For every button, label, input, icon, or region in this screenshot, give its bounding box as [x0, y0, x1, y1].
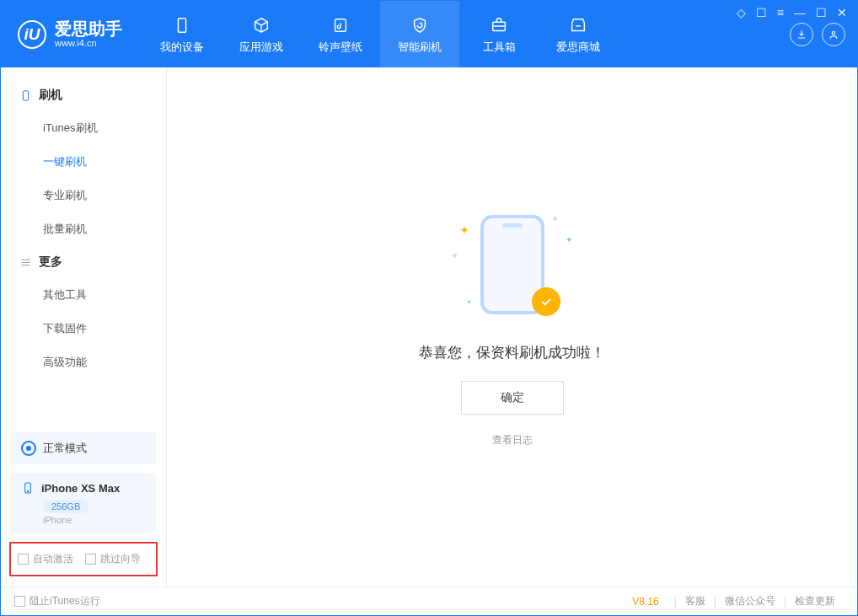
checkbox-block-itunes[interactable]: 阻止iTunes运行 — [14, 594, 100, 608]
tab-label: 工具箱 — [483, 40, 516, 55]
tab-flash[interactable]: 智能刷机 — [380, 1, 459, 67]
checkbox-icon — [14, 596, 25, 607]
sparkle-icon: ✦ — [466, 298, 472, 306]
mode-label: 正常模式 — [43, 441, 87, 456]
dot-icon — [453, 254, 457, 258]
maximize-icon[interactable]: ☐ — [816, 6, 827, 19]
version-label: V8.16 — [632, 596, 658, 608]
mode-icon — [21, 441, 36, 456]
device-card[interactable]: iPhone XS Max 256GB iPhone — [11, 473, 156, 533]
sidebar-item-advanced[interactable]: 高级功能 — [1, 345, 166, 379]
sidebar: 刷机 iTunes刷机 一键刷机 专业刷机 批量刷机 更多 其他工具 下载固件 … — [1, 67, 167, 587]
sidebar-item-other-tools[interactable]: 其他工具 — [1, 278, 166, 312]
checkmark-badge-icon — [532, 287, 560, 316]
app-url: www.i4.cn — [55, 38, 122, 48]
dot-icon — [553, 217, 557, 221]
svg-point-6 — [27, 490, 28, 491]
shield-refresh-icon — [409, 14, 431, 36]
tab-store[interactable]: 爱思商城 — [539, 1, 618, 67]
download-button[interactable] — [790, 23, 813, 46]
app-logo: iU 爱思助手 www.i4.cn — [1, 1, 142, 67]
tab-label: 应用游戏 — [239, 40, 283, 55]
sidebar-item-oneclick-flash[interactable]: 一键刷机 — [1, 145, 166, 179]
support-link[interactable]: 客服 — [677, 594, 714, 608]
main-content: ✦ ✦ ✦ 恭喜您，保资料刷机成功啦！ 确定 查看日志 — [167, 67, 857, 587]
device-name: iPhone XS Max — [41, 482, 120, 495]
pin-icon[interactable]: ◇ — [737, 6, 746, 19]
close-icon[interactable]: ✕ — [837, 6, 847, 19]
skin-icon[interactable]: ☐ — [756, 6, 767, 19]
checkbox-label: 跳过向导 — [100, 552, 141, 566]
success-message: 恭喜您，保资料刷机成功啦！ — [419, 343, 605, 362]
menu-icon[interactable]: ≡ — [777, 6, 784, 19]
checkbox-icon — [18, 554, 29, 565]
status-bar: 阻止iTunes运行 V8.16 | 客服 | 微信公众号 | 检查更新 — [1, 587, 857, 615]
success-illustration: ✦ ✦ ✦ — [441, 206, 584, 324]
tab-tools[interactable]: 工具箱 — [459, 1, 539, 67]
sidebar-group-more: 更多 — [1, 246, 166, 278]
music-icon — [330, 14, 351, 36]
svg-rect-0 — [178, 18, 185, 32]
user-button[interactable] — [822, 23, 845, 46]
svg-point-3 — [832, 31, 835, 35]
confirm-button[interactable]: 确定 — [461, 381, 564, 415]
sidebar-group-flash: 刷机 — [1, 79, 166, 111]
sparkle-icon: ✦ — [459, 223, 469, 237]
sidebar-item-download-firmware[interactable]: 下载固件 — [1, 312, 166, 345]
check-update-link[interactable]: 检查更新 — [786, 594, 844, 608]
toolbox-icon — [488, 14, 510, 36]
checkbox-label: 阻止iTunes运行 — [29, 594, 100, 608]
tab-ringtones[interactable]: 铃声壁纸 — [301, 1, 380, 67]
view-log-link[interactable]: 查看日志 — [492, 433, 533, 447]
window-controls: ◇ ☐ ≡ — ☐ ✕ — [737, 6, 847, 19]
tab-label: 我的设备 — [160, 40, 204, 55]
sparkle-icon: ✦ — [566, 235, 572, 244]
device-capacity: 256GB — [43, 500, 88, 513]
tab-apps[interactable]: 应用游戏 — [222, 1, 301, 67]
device-type: iPhone — [43, 515, 146, 525]
minimize-icon[interactable]: — — [794, 6, 806, 19]
store-icon — [567, 14, 589, 36]
tab-my-device[interactable]: 我的设备 — [142, 1, 222, 67]
tab-label: 爱思商城 — [556, 40, 600, 55]
checkbox-auto-activate[interactable]: 自动激活 — [18, 552, 73, 566]
group-label: 更多 — [39, 254, 62, 270]
phone-icon — [21, 481, 35, 495]
cube-icon — [250, 14, 272, 36]
group-label: 刷机 — [39, 88, 62, 103]
device-icon — [171, 14, 193, 36]
svg-rect-4 — [23, 90, 28, 99]
tab-label: 智能刷机 — [398, 40, 442, 55]
checkbox-skip-guide[interactable]: 跳过向导 — [85, 552, 141, 566]
highlighted-options: 自动激活 跳过向导 — [9, 542, 158, 576]
wechat-link[interactable]: 微信公众号 — [716, 594, 784, 608]
logo-mark-icon: iU — [18, 20, 46, 49]
checkbox-icon — [85, 554, 96, 565]
sidebar-item-itunes-flash[interactable]: iTunes刷机 — [1, 111, 166, 145]
checkbox-label: 自动激活 — [33, 552, 73, 566]
tab-label: 铃声壁纸 — [319, 40, 362, 55]
sidebar-item-batch-flash[interactable]: 批量刷机 — [1, 212, 166, 246]
mode-indicator[interactable]: 正常模式 — [11, 432, 156, 464]
sidebar-item-pro-flash[interactable]: 专业刷机 — [1, 179, 166, 212]
app-name: 爱思助手 — [55, 19, 122, 38]
